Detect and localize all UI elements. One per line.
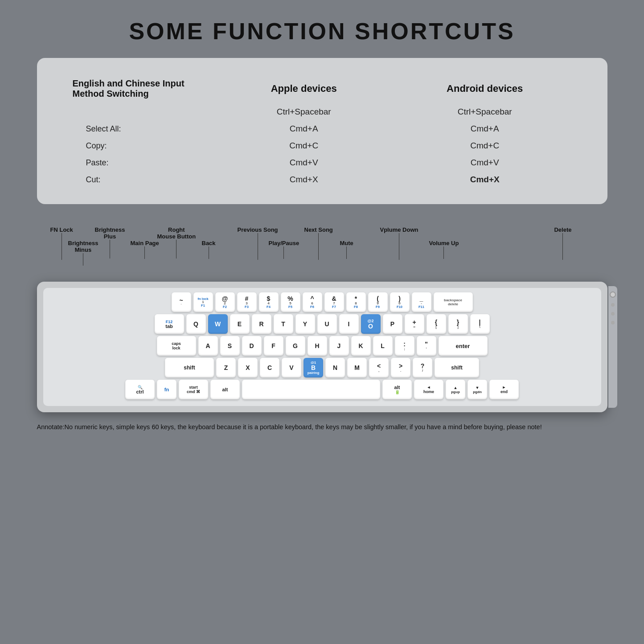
key-capslock[interactable]: caps lock [157, 336, 196, 356]
android-cut: Cmd+X [389, 171, 581, 188]
key-fn-f1[interactable]: fn lock 1 F1 [193, 292, 213, 312]
key-w[interactable]: W [208, 314, 228, 334]
key-shift-left[interactable]: shift [165, 358, 214, 377]
shortcut-row-cut: Cut: Cmd+X Cmd+X [64, 171, 581, 188]
key-comma[interactable]: < , [369, 358, 389, 377]
key-ctrl[interactable]: 🔍 ctrl [125, 380, 155, 399]
apple-inputmethod: Ctrl+Spacebar [219, 103, 389, 120]
key-c[interactable]: C [260, 358, 279, 377]
key-d[interactable]: D [242, 336, 262, 356]
key-3-f3[interactable]: # 3 F3 [237, 292, 257, 312]
key-q[interactable]: Q [186, 314, 206, 334]
key-fn[interactable]: fn [157, 380, 176, 399]
key-k[interactable]: K [351, 336, 371, 356]
key-equals[interactable]: + = [405, 314, 424, 334]
fn-row: ~ ` fn lock 1 F1 @ 2 F2 # 3 F3 [48, 292, 597, 312]
key-u[interactable]: U [317, 314, 337, 334]
shortcut-row-inputmethod: Ctrl+Spacebar Ctrl+Spacebar [64, 103, 581, 120]
col-header-android: Android devices [389, 74, 581, 103]
ann-volume-up: Volume Up [429, 240, 459, 246]
key-shift-right[interactable]: shift [435, 358, 479, 377]
key-period[interactable]: > . [391, 358, 410, 377]
key-bracket-left[interactable]: { [ [427, 314, 446, 334]
android-copy: Cmd+C [389, 137, 581, 154]
key-7-f7[interactable]: & 7 F7 [324, 292, 344, 312]
key-tilde[interactable]: ~ ` [172, 292, 191, 312]
key-backslash[interactable]: | \ [470, 314, 490, 334]
col-header-apple: Apple devices [219, 74, 389, 103]
key-pgdn[interactable]: ▼ pgdn [468, 380, 487, 399]
key-end[interactable]: ► end [489, 380, 519, 399]
key-v[interactable]: V [282, 358, 301, 377]
label-paste: Paste: [64, 154, 219, 171]
key-tab[interactable]: F12 tab [155, 314, 184, 334]
led-3 [611, 321, 615, 324]
key-x[interactable]: X [238, 358, 258, 377]
key-f[interactable]: F [264, 336, 283, 356]
key-t[interactable]: T [274, 314, 293, 334]
key-pgup[interactable]: ▲ pgup [446, 380, 465, 399]
key-0-f10[interactable]: ) 0 F10 [390, 292, 410, 312]
key-s[interactable]: S [220, 336, 240, 356]
key-j[interactable]: J [329, 336, 349, 356]
key-6-f6[interactable]: ^ 6 F6 [303, 292, 322, 312]
key-e[interactable]: E [230, 314, 250, 334]
ann-brightness-plus: BrightnessPlus [95, 226, 125, 240]
keyboard: ~ ` fn lock 1 F1 @ 2 F2 # 3 F3 [37, 282, 607, 412]
key-9-f9[interactable]: ( 9 F9 [368, 292, 388, 312]
key-4-f4[interactable]: $ 4 F4 [259, 292, 279, 312]
key-i[interactable]: I [339, 314, 359, 334]
label-selectall: Select All: [64, 120, 219, 137]
ann-prev-song: Previous Song [238, 226, 278, 233]
qwerty-row: F12 tab Q W E R T Y U I @2 O P + = [48, 314, 597, 334]
keyboard-annotation-area: FN Lock BrightnessPlus RoghtMouse Button… [37, 226, 607, 412]
shortcut-row-copy: Copy: Cmd+C Cmd+C [64, 137, 581, 154]
apple-copy: Cmd+C [219, 137, 389, 154]
label-copy: Copy: [64, 137, 219, 154]
led-1 [611, 303, 615, 307]
page-title: SOME FUNCTION SHORTCUTS [129, 18, 515, 45]
key-r[interactable]: R [252, 314, 271, 334]
ann-main-page: Main Page [131, 240, 159, 246]
key-cmd[interactable]: start cmd ⌘ [179, 380, 208, 399]
power-button[interactable] [610, 291, 616, 298]
annotation-note: Annotate:No numeric keys, simple keys 60… [37, 422, 607, 432]
ann-right-mouse: RoghtMouse Button [157, 226, 196, 240]
key-bracket-right[interactable]: } ] [448, 314, 468, 334]
key-semicolon[interactable]: : ; [395, 336, 414, 356]
key-p[interactable]: P [383, 314, 402, 334]
apple-paste: Cmd+V [219, 154, 389, 171]
keyboard-inner: ~ ` fn lock 1 F1 @ 2 F2 # 3 F3 [43, 288, 601, 406]
key-2-f2[interactable]: @ 2 F2 [215, 292, 235, 312]
key-alt-left[interactable]: alt [210, 380, 240, 399]
ann-play-pause: Play/Pause [269, 240, 299, 246]
key-5-f5[interactable]: % 5 F5 [281, 292, 300, 312]
key-l[interactable]: L [373, 336, 393, 356]
key-z[interactable]: Z [216, 358, 236, 377]
key-enter[interactable]: enter [439, 336, 488, 356]
key-space[interactable] [242, 380, 380, 399]
key-o[interactable]: @2 O [361, 314, 381, 334]
key-alt-right[interactable]: alt 🔋 [382, 380, 412, 399]
col-header-feature: English and Chinese Input Method Switchi… [64, 74, 219, 103]
ann-fn-lock: FN Lock [50, 226, 73, 233]
key-a[interactable]: A [198, 336, 218, 356]
key-h[interactable]: H [308, 336, 327, 356]
key-8-f8[interactable]: * 8 F8 [346, 292, 366, 312]
key-m[interactable]: M [347, 358, 367, 377]
asdf-row: caps lock A S D F G H J K L : ; " ' [48, 336, 597, 356]
android-paste: Cmd+V [389, 154, 581, 171]
shortcut-row-selectall: Select All: Cmd+A Cmd+A [64, 120, 581, 137]
key-quote[interactable]: " ' [417, 336, 436, 356]
key-home[interactable]: ◄ home [414, 380, 443, 399]
shortcut-row-paste: Paste: Cmd+V Cmd+V [64, 154, 581, 171]
key-y[interactable]: Y [295, 314, 315, 334]
key-backspace[interactable]: backspace delete [434, 292, 473, 312]
key-n[interactable]: N [325, 358, 345, 377]
ann-delete: Delete [554, 226, 571, 233]
key-b[interactable]: @1 B pairing [304, 358, 323, 377]
led-2 [611, 312, 615, 316]
key-minus-f11[interactable]: _ - F11 [412, 292, 431, 312]
key-slash[interactable]: ? / [413, 358, 432, 377]
key-g[interactable]: G [286, 336, 305, 356]
